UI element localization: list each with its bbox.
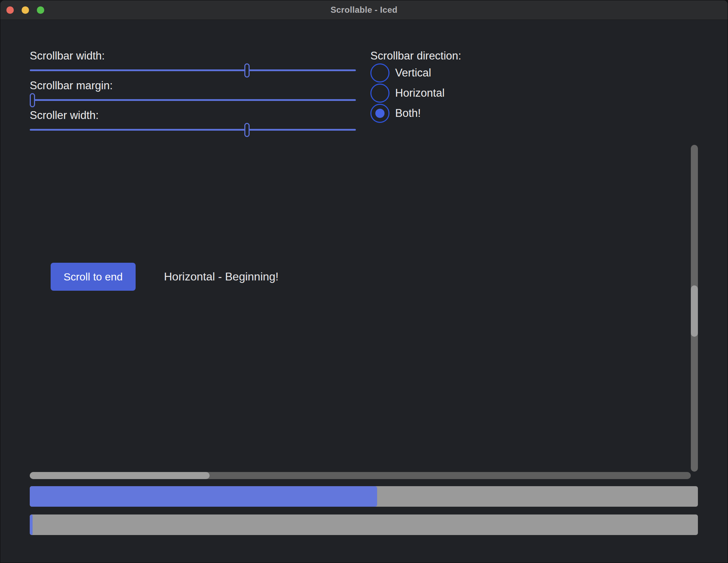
- horizontal-scrollbar[interactable]: [30, 472, 691, 479]
- scrollbar-margin-label: Scrollbar margin:: [30, 79, 113, 92]
- slider-handle[interactable]: [30, 93, 35, 107]
- slider-handle[interactable]: [244, 63, 250, 78]
- vertical-scrollbar-thumb[interactable]: [691, 285, 698, 337]
- radio-label[interactable]: Horizontal: [395, 87, 445, 99]
- titlebar: Scrollable - Iced: [0, 0, 728, 20]
- radio-circle[interactable]: [370, 63, 389, 83]
- radio-option-vertical[interactable]: Vertical: [370, 63, 461, 83]
- scrollbar-width-label: Scrollbar width:: [30, 49, 105, 63]
- horizontal-progress-bar: [30, 486, 698, 507]
- radio-label[interactable]: Vertical: [395, 67, 431, 79]
- slider-track[interactable]: [30, 99, 356, 101]
- radio-label[interactable]: Both!: [395, 107, 421, 120]
- scroller-width-slider[interactable]: [30, 123, 356, 137]
- zoom-button[interactable]: [37, 6, 44, 14]
- scroll-to-end-button[interactable]: Scroll to end: [51, 263, 136, 291]
- radio-circle[interactable]: [370, 84, 389, 103]
- radio-circle[interactable]: [370, 104, 389, 123]
- radio-option-both[interactable]: Both!: [370, 103, 461, 123]
- scrollbar-direction-label: Scrollbar direction:: [370, 49, 461, 63]
- close-button[interactable]: [6, 6, 14, 14]
- minimize-button[interactable]: [22, 6, 29, 14]
- scrollbar-direction-radio-group: Scrollbar direction: Vertical Horizontal…: [370, 49, 461, 123]
- scrollbar-margin-slider[interactable]: [30, 93, 356, 107]
- scrollbar-width-slider[interactable]: [30, 63, 356, 78]
- horizontal-scrollbar-thumb[interactable]: [30, 472, 210, 479]
- scroll-status-text: Horizontal - Beginning!: [164, 263, 279, 291]
- app-window: Scrollable - Iced Scrollbar width: Scrol…: [0, 0, 728, 563]
- vertical-scrollbar[interactable]: [691, 145, 698, 472]
- window-title: Scrollable - Iced: [330, 5, 397, 15]
- slider-track[interactable]: [30, 129, 356, 131]
- scroller-width-label: Scroller width:: [30, 109, 99, 122]
- progress-fill: [30, 514, 33, 535]
- slider-track[interactable]: [30, 69, 356, 71]
- vertical-progress-bar: [30, 514, 698, 535]
- slider-handle[interactable]: [244, 123, 250, 137]
- progress-fill: [30, 486, 377, 507]
- radio-option-horizontal[interactable]: Horizontal: [370, 83, 461, 103]
- traffic-lights: [6, 0, 44, 19]
- radio-dot: [375, 109, 385, 118]
